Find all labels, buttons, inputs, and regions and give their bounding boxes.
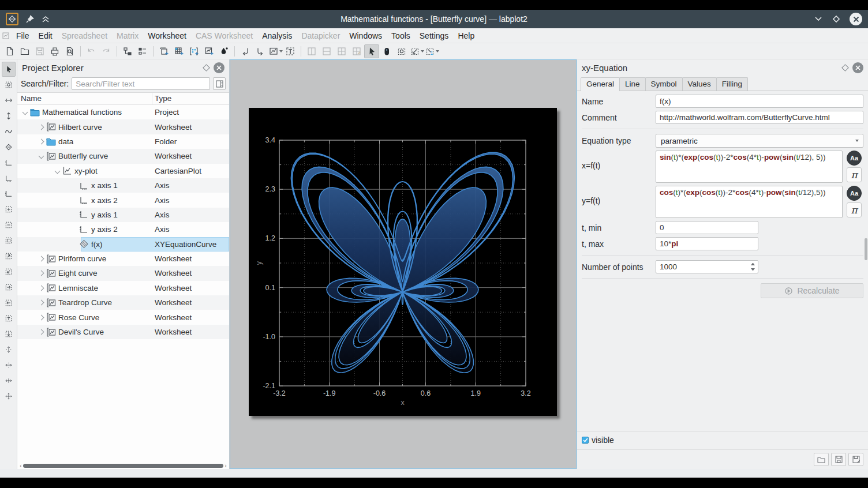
tree-row[interactable]: LemniscateWorksheet [17,281,229,295]
worksheet-page[interactable]: -3.2-1.9-0.60.61.93.23.42.31.20.1-1.0-2.… [249,108,557,416]
menu-help[interactable]: Help [453,29,479,42]
export-arrow-button[interactable] [253,44,268,58]
column-name[interactable]: Name [17,93,152,104]
scroll-right-arrow[interactable]: › [223,463,228,469]
tree-row[interactable]: f(x)XYEquationCurve [17,237,229,251]
horizontal-scrollbar[interactable]: ‹ › [17,462,229,469]
save-template-as-button[interactable] [848,453,863,466]
close-button[interactable] [850,13,862,25]
filter-options-button[interactable] [213,77,226,90]
float-panel-icon[interactable] [203,64,210,72]
tree-row[interactable]: Rose CurveWorksheet [17,310,229,324]
box-arrow-ne-button[interactable] [2,249,16,264]
box-arrow-sw-button[interactable] [2,264,16,279]
comment-input[interactable] [656,111,863,124]
tree-row[interactable]: xy-plotCartesianPlot [17,164,229,178]
axis-x-button[interactable] [2,171,16,186]
menu-analysis[interactable]: Analysis [257,29,297,42]
scroll-left-arrow[interactable]: ‹ [18,463,23,469]
x-constants-button[interactable]: π [847,167,862,182]
arrows-hv-button[interactable] [2,373,16,388]
zoom-select-button[interactable] [394,44,409,58]
box-zoom-out-button[interactable] [2,217,16,232]
chevron-down-icon[interactable] [279,50,283,52]
expander-right-icon[interactable] [39,329,44,335]
cursor-button[interactable] [364,44,379,58]
tree-row[interactable]: Piriform curveWorksheet [17,251,229,266]
tree-row[interactable]: y axis 2Axis [17,222,229,237]
axis-y-button[interactable] [2,186,16,201]
expander-right-icon[interactable] [39,271,44,276]
list-view-button[interactable] [135,44,150,58]
zoom-one-button[interactable]: 1 [424,44,439,58]
expander-down-icon[interactable] [23,110,28,115]
axis-corner-button[interactable] [2,155,16,170]
save-template-button[interactable] [831,453,846,466]
scrollbar-thumb[interactable] [23,464,223,468]
chevron-down-icon[interactable] [421,50,424,52]
menu-file[interactable]: File [12,29,34,42]
float-panel-icon[interactable] [841,64,849,72]
new-plot-button[interactable] [268,44,283,58]
resize-v-button[interactable] [2,108,16,123]
worksheet-view[interactable]: -3.2-1.9-0.60.61.93.23.42.31.20.1-1.0-2.… [230,59,577,469]
chevron-down-icon[interactable] [436,50,439,52]
print-button[interactable] [47,44,62,58]
tree-row[interactable]: Devil's CurveWorksheet [17,325,229,339]
text-frame-button[interactable] [283,44,298,58]
box-arrow-right-button[interactable] [2,280,16,295]
tree-row[interactable]: Butterfly curveWorksheet [17,149,229,163]
vertical-scrollbar[interactable] [865,238,867,260]
zoom-select-button[interactable] [2,77,16,92]
load-template-button[interactable] [814,453,829,466]
t-min-input[interactable] [656,221,758,234]
menu-tools[interactable]: Tools [387,29,415,42]
tree-row[interactable]: x axis 2Axis [17,193,229,207]
tree-row[interactable]: y axis 1Axis [17,208,229,222]
arrows-v-button[interactable] [2,342,16,357]
menu-edit[interactable]: Edit [34,29,57,42]
close-panel-button[interactable] [852,62,863,73]
tree-row[interactable]: Teardrop CurveWorksheet [17,295,229,310]
y-equation-input[interactable]: cos(t)*(exp(cos(t))-2*cos(4*t)-pow(sin(t… [656,186,843,218]
import-arrow-button[interactable] [238,44,253,58]
expander-down-icon[interactable] [55,168,61,174]
cursor-button[interactable] [2,62,16,77]
expander-down-icon[interactable] [39,153,44,159]
print-preview-button[interactable] [62,44,77,58]
visible-checkbox[interactable] [582,437,589,444]
t-max-input[interactable]: 10*pi [656,237,758,250]
expander-right-icon[interactable] [39,314,44,320]
new-matrix-button[interactable] [186,44,201,58]
datapicker-button[interactable] [216,44,231,58]
restore-icon[interactable] [832,15,840,23]
expander-right-icon[interactable] [39,256,44,262]
new-worksheet-button[interactable] [201,44,216,58]
pin-icon[interactable] [25,15,34,24]
tree-row[interactable]: x axis 1Axis [17,178,229,193]
search-filter-input[interactable] [72,77,210,90]
spin-down-icon[interactable] [751,268,755,271]
curve-wave-button[interactable] [2,124,16,139]
points-input[interactable] [656,260,758,273]
tree-row[interactable]: Eight curveWorksheet [17,266,229,280]
name-input[interactable] [656,95,863,108]
close-panel-button[interactable] [214,62,225,73]
tree-row[interactable]: dataFolder [17,134,229,149]
arrows-all-button[interactable] [2,389,16,404]
tree-row[interactable]: Hilbert curveWorksheet [17,119,229,134]
tab-filling[interactable]: Filling [716,77,748,91]
x-functions-button[interactable]: Aa [847,151,862,166]
arrows-h-button[interactable] [2,358,16,373]
tab-symbol[interactable]: Symbol [645,77,683,91]
equation-diamond-button[interactable] [2,140,16,155]
column-type[interactable]: Type [152,93,229,104]
x-equation-input[interactable]: sin(t)*(exp(cos(t))-2*cos(4*t)-pow(sin(t… [656,151,843,183]
menu-settings[interactable]: Settings [415,29,454,42]
box-zoom-button[interactable] [2,202,16,217]
zoom-fit-button[interactable] [409,44,424,58]
equation-type-combobox[interactable]: parametric [656,134,863,148]
expander-right-icon[interactable] [39,285,44,291]
tree-row[interactable]: Mathematical functionsProject [17,105,229,119]
tab-general[interactable]: General [581,77,620,91]
